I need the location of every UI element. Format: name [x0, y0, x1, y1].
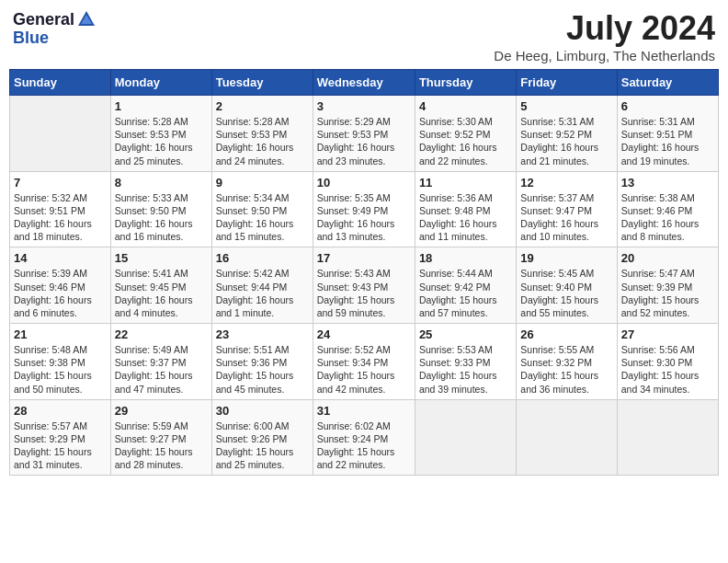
day-info: Sunrise: 5:39 AMSunset: 9:46 PMDaylight:… — [14, 267, 107, 319]
day-info: Sunrise: 5:34 AMSunset: 9:50 PMDaylight:… — [216, 191, 309, 244]
day-info: Sunrise: 5:51 AMSunset: 9:36 PMDaylight:… — [216, 343, 309, 396]
calendar-cell: 9Sunrise: 5:34 AMSunset: 9:50 PMDaylight… — [211, 171, 313, 247]
day-info: Sunrise: 5:38 AMSunset: 9:46 PMDaylight:… — [621, 191, 714, 244]
calendar-cell — [617, 399, 718, 476]
calendar-cell: 3Sunrise: 5:29 AMSunset: 9:53 PMDaylight… — [313, 96, 415, 172]
day-info: Sunrise: 5:42 AMSunset: 9:44 PMDaylight:… — [216, 267, 309, 319]
day-info: Sunrise: 5:28 AMSunset: 9:53 PMDaylight:… — [216, 115, 309, 167]
logo-general-text: General — [13, 11, 74, 28]
day-info: Sunrise: 5:48 AMSunset: 9:38 PMDaylight:… — [14, 343, 107, 396]
day-info: Sunrise: 5:35 AMSunset: 9:49 PMDaylight:… — [317, 191, 411, 244]
calendar-week-1: 1Sunrise: 5:28 AMSunset: 9:53 PMDaylight… — [10, 96, 719, 172]
day-info: Sunrise: 5:30 AMSunset: 9:52 PMDaylight:… — [419, 115, 512, 167]
day-number: 28 — [14, 404, 107, 418]
calendar-cell: 6Sunrise: 5:31 AMSunset: 9:51 PMDaylight… — [617, 96, 718, 172]
day-number: 15 — [115, 251, 208, 265]
calendar-cell: 2Sunrise: 5:28 AMSunset: 9:53 PMDaylight… — [211, 96, 313, 172]
calendar-cell: 29Sunrise: 5:59 AMSunset: 9:27 PMDayligh… — [110, 399, 211, 476]
calendar-dow-wednesday: Wednesday — [313, 70, 415, 96]
day-number: 2 — [216, 99, 309, 113]
calendar-dow-monday: Monday — [110, 70, 211, 96]
calendar-cell: 24Sunrise: 5:52 AMSunset: 9:34 PMDayligh… — [313, 324, 415, 400]
calendar-cell: 15Sunrise: 5:41 AMSunset: 9:45 PMDayligh… — [110, 247, 211, 324]
calendar-cell: 28Sunrise: 5:57 AMSunset: 9:29 PMDayligh… — [10, 399, 111, 476]
calendar-week-2: 7Sunrise: 5:32 AMSunset: 9:51 PMDaylight… — [10, 171, 719, 247]
calendar-cell: 12Sunrise: 5:37 AMSunset: 9:47 PMDayligh… — [517, 171, 617, 247]
day-info: Sunrise: 5:31 AMSunset: 9:52 PMDaylight:… — [520, 115, 612, 167]
day-number: 21 — [14, 327, 107, 341]
day-number: 19 — [520, 251, 612, 265]
calendar-table: SundayMondayTuesdayWednesdayThursdayFrid… — [9, 69, 719, 476]
day-info: Sunrise: 5:53 AMSunset: 9:33 PMDaylight:… — [419, 343, 512, 396]
calendar-cell: 5Sunrise: 5:31 AMSunset: 9:52 PMDaylight… — [517, 96, 617, 172]
day-info: Sunrise: 6:00 AMSunset: 9:26 PMDaylight:… — [216, 419, 309, 472]
calendar-cell: 20Sunrise: 5:47 AMSunset: 9:39 PMDayligh… — [617, 247, 718, 324]
day-number: 4 — [419, 99, 512, 113]
day-number: 22 — [115, 327, 208, 341]
calendar-cell: 10Sunrise: 5:35 AMSunset: 9:49 PMDayligh… — [313, 171, 415, 247]
day-number: 23 — [216, 327, 309, 341]
day-info: Sunrise: 5:43 AMSunset: 9:43 PMDaylight:… — [317, 267, 411, 319]
day-number: 6 — [621, 99, 714, 113]
calendar-cell: 26Sunrise: 5:55 AMSunset: 9:32 PMDayligh… — [517, 324, 617, 400]
page-header: General Blue July 2024 De Heeg, Limburg,… — [9, 9, 719, 63]
calendar-cell: 31Sunrise: 6:02 AMSunset: 9:24 PMDayligh… — [313, 399, 415, 476]
main-title: July 2024 — [494, 9, 715, 48]
day-info: Sunrise: 5:47 AMSunset: 9:39 PMDaylight:… — [621, 267, 714, 319]
calendar-dow-sunday: Sunday — [10, 70, 111, 96]
day-number: 8 — [115, 176, 208, 190]
calendar-cell — [517, 399, 617, 476]
calendar-cell: 11Sunrise: 5:36 AMSunset: 9:48 PMDayligh… — [415, 171, 516, 247]
day-info: Sunrise: 5:44 AMSunset: 9:42 PMDaylight:… — [419, 267, 512, 319]
day-number: 14 — [14, 251, 107, 265]
day-number: 13 — [621, 176, 714, 190]
day-number: 7 — [14, 176, 107, 190]
calendar-dow-friday: Friday — [517, 70, 617, 96]
day-number: 24 — [317, 327, 411, 341]
day-info: Sunrise: 5:57 AMSunset: 9:29 PMDaylight:… — [14, 419, 107, 472]
calendar-cell: 21Sunrise: 5:48 AMSunset: 9:38 PMDayligh… — [10, 324, 111, 400]
calendar-cell: 27Sunrise: 5:56 AMSunset: 9:30 PMDayligh… — [617, 324, 718, 400]
day-number: 5 — [520, 99, 612, 113]
logo-icon — [76, 9, 97, 29]
calendar-cell: 17Sunrise: 5:43 AMSunset: 9:43 PMDayligh… — [313, 247, 415, 324]
day-number: 12 — [520, 176, 612, 190]
day-info: Sunrise: 5:56 AMSunset: 9:30 PMDaylight:… — [621, 343, 714, 396]
day-number: 10 — [317, 176, 411, 190]
day-number: 25 — [419, 327, 512, 341]
calendar-week-3: 14Sunrise: 5:39 AMSunset: 9:46 PMDayligh… — [10, 247, 719, 324]
day-number: 20 — [621, 251, 714, 265]
logo: General Blue — [13, 9, 97, 46]
day-number: 30 — [216, 404, 309, 418]
calendar-week-4: 21Sunrise: 5:48 AMSunset: 9:38 PMDayligh… — [10, 324, 719, 400]
day-number: 17 — [317, 251, 411, 265]
calendar-cell: 1Sunrise: 5:28 AMSunset: 9:53 PMDaylight… — [110, 96, 211, 172]
day-info: Sunrise: 5:55 AMSunset: 9:32 PMDaylight:… — [520, 343, 612, 396]
calendar-cell — [415, 399, 516, 476]
calendar-dow-saturday: Saturday — [617, 70, 718, 96]
day-info: Sunrise: 5:41 AMSunset: 9:45 PMDaylight:… — [115, 267, 208, 319]
day-info: Sunrise: 6:02 AMSunset: 9:24 PMDaylight:… — [317, 419, 411, 472]
calendar-header-row: SundayMondayTuesdayWednesdayThursdayFrid… — [10, 70, 719, 96]
day-info: Sunrise: 5:36 AMSunset: 9:48 PMDaylight:… — [419, 191, 512, 244]
day-number: 18 — [419, 251, 512, 265]
calendar-cell: 8Sunrise: 5:33 AMSunset: 9:50 PMDaylight… — [110, 171, 211, 247]
day-number: 27 — [621, 327, 714, 341]
calendar-dow-tuesday: Tuesday — [211, 70, 313, 96]
day-info: Sunrise: 5:59 AMSunset: 9:27 PMDaylight:… — [115, 419, 208, 472]
calendar-cell: 30Sunrise: 6:00 AMSunset: 9:26 PMDayligh… — [211, 399, 313, 476]
day-info: Sunrise: 5:33 AMSunset: 9:50 PMDaylight:… — [115, 191, 208, 244]
calendar-cell: 4Sunrise: 5:30 AMSunset: 9:52 PMDaylight… — [415, 96, 516, 172]
day-number: 16 — [216, 251, 309, 265]
day-number: 1 — [115, 99, 208, 113]
calendar-dow-thursday: Thursday — [415, 70, 516, 96]
calendar-cell: 19Sunrise: 5:45 AMSunset: 9:40 PMDayligh… — [517, 247, 617, 324]
day-info: Sunrise: 5:31 AMSunset: 9:51 PMDaylight:… — [621, 115, 714, 167]
day-info: Sunrise: 5:49 AMSunset: 9:37 PMDaylight:… — [115, 343, 208, 396]
day-number: 11 — [419, 176, 512, 190]
day-number: 9 — [216, 176, 309, 190]
calendar-cell: 23Sunrise: 5:51 AMSunset: 9:36 PMDayligh… — [211, 324, 313, 400]
calendar-cell: 22Sunrise: 5:49 AMSunset: 9:37 PMDayligh… — [110, 324, 211, 400]
calendar-cell — [10, 96, 111, 172]
day-info: Sunrise: 5:32 AMSunset: 9:51 PMDaylight:… — [14, 191, 107, 244]
